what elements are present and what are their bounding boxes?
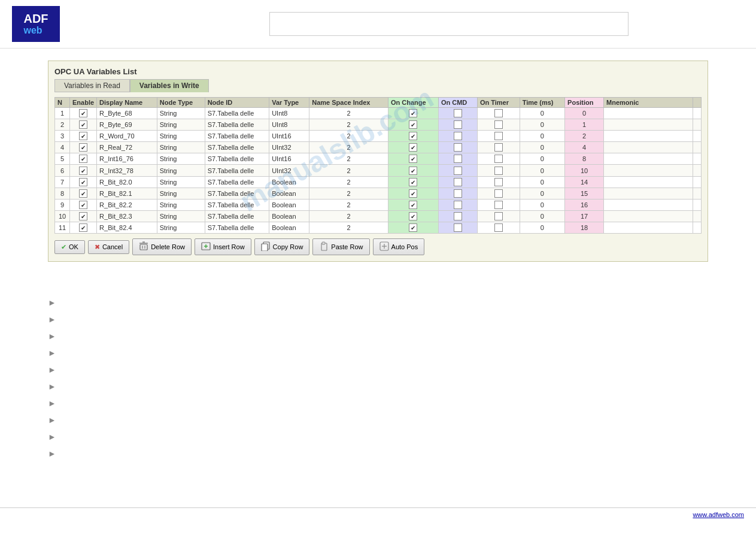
bullet-arrow-icon: ► (48, 348, 56, 358)
checkbox[interactable]: ✔ (79, 178, 87, 186)
checkbox[interactable]: ✔ (409, 212, 417, 220)
checkbox[interactable] (454, 120, 462, 129)
cell-node-type: String (157, 108, 205, 119)
checkbox[interactable] (454, 189, 462, 198)
checkbox[interactable]: ✔ (409, 223, 417, 232)
cell-mnemonic (604, 119, 693, 131)
tab-variables-read[interactable]: Variables in Read (54, 79, 130, 92)
checkbox[interactable] (454, 167, 462, 175)
paste-row-button[interactable]: Paste Row (312, 238, 369, 255)
delete-row-label: Delete Row (151, 243, 185, 250)
copy-row-button[interactable]: Copy Row (254, 238, 310, 255)
checkbox[interactable]: ✔ (79, 132, 87, 140)
checkbox[interactable] (454, 109, 462, 117)
checkbox[interactable] (494, 155, 503, 163)
search-input[interactable] (269, 12, 629, 36)
checkbox[interactable] (494, 178, 503, 186)
auto-pos-icon (379, 241, 389, 252)
checkbox[interactable]: ✔ (79, 120, 87, 129)
bullet-item: ► (48, 365, 708, 374)
cell-enable: ✔ (70, 199, 97, 210)
checkbox[interactable]: ✔ (409, 132, 417, 140)
copy-row-icon (261, 241, 271, 252)
cell-time-ms: 0 (520, 222, 564, 233)
footer-link[interactable]: www.adfweb.com (693, 511, 744, 518)
checkbox[interactable] (494, 109, 503, 117)
checkbox[interactable] (494, 212, 503, 220)
cell-time-ms: 0 (520, 119, 564, 131)
insert-row-button[interactable]: Insert Row (195, 238, 251, 255)
delete-row-icon (139, 241, 148, 252)
checkbox[interactable] (454, 178, 462, 186)
checkbox[interactable]: ✔ (79, 109, 87, 117)
tab-variables-write[interactable]: Variables in Write (130, 79, 209, 92)
cell-on-cmd (438, 176, 477, 188)
checkbox[interactable]: ✔ (409, 167, 417, 175)
checkbox[interactable]: ✔ (79, 201, 87, 209)
checkbox[interactable]: ✔ (409, 201, 417, 209)
delete-row-button[interactable]: Delete Row (132, 238, 192, 255)
cell-ns-index: 2 (309, 153, 388, 165)
checkbox[interactable]: ✔ (409, 120, 417, 129)
checkbox[interactable] (494, 167, 503, 175)
cell-mnemonic (604, 176, 693, 188)
cell-ns-index: 2 (309, 210, 388, 222)
bullet-item: ► (48, 449, 708, 458)
checkbox[interactable] (494, 201, 503, 209)
cell-node-type: String (157, 119, 205, 131)
cell-node-id: S7.Tabella delle (205, 119, 269, 131)
table-row: 4 ✔ R_Real_72 String S7.Tabella delle UI… (55, 142, 702, 153)
ok-icon: ✔ (61, 243, 66, 251)
ok-button[interactable]: ✔ OK (54, 240, 85, 254)
panel-title: OPC UA Variables List (54, 67, 702, 76)
checkbox[interactable]: ✔ (409, 189, 417, 198)
table-row: 10 ✔ R_Bit_82.3 String S7.Tabella delle … (55, 210, 702, 222)
checkbox[interactable]: ✔ (79, 223, 87, 232)
table-row: 8 ✔ R_Bit_82.1 String S7.Tabella delle B… (55, 188, 702, 199)
checkbox[interactable] (494, 189, 503, 198)
col-on-cmd: On CMD (438, 98, 477, 108)
checkbox[interactable]: ✔ (409, 178, 417, 186)
cell-on-change: ✔ (388, 222, 438, 233)
checkbox[interactable] (494, 120, 503, 129)
cell-var-type: UInt32 (269, 142, 309, 153)
cell-node-id: S7.Tabella delle (205, 142, 269, 153)
checkbox[interactable] (454, 201, 462, 209)
auto-pos-button[interactable]: Auto Pos (373, 238, 425, 255)
col-node-type: Node Type (157, 98, 205, 108)
checkbox[interactable]: ✔ (409, 109, 417, 117)
cell-node-type: String (157, 153, 205, 165)
cell-n: 4 (55, 142, 70, 153)
checkbox[interactable] (454, 155, 462, 163)
cancel-button[interactable]: ✖ Cancel (88, 240, 129, 254)
cell-display-name: R_Real_72 (97, 142, 157, 153)
checkbox[interactable] (454, 143, 462, 152)
checkbox[interactable] (494, 223, 503, 232)
cell-n: 7 (55, 176, 70, 188)
cell-on-timer (477, 131, 520, 142)
cell-var-type: UInt8 (269, 108, 309, 119)
cell-enable: ✔ (70, 188, 97, 199)
checkbox[interactable] (494, 143, 503, 152)
cell-ns-index: 2 (309, 119, 388, 131)
checkbox[interactable]: ✔ (79, 212, 87, 220)
checkbox[interactable] (454, 132, 462, 140)
table-body: 1 ✔ R_Byte_68 String S7.Tabella delle UI… (55, 108, 702, 234)
checkbox[interactable]: ✔ (79, 189, 87, 198)
bullet-arrow-icon: ► (48, 315, 56, 324)
bullet-arrow-icon: ► (48, 382, 56, 391)
checkbox[interactable]: ✔ (79, 167, 87, 175)
checkbox[interactable] (494, 132, 503, 140)
bullet-item: ► (48, 432, 708, 442)
cell-var-type: Boolean (269, 188, 309, 199)
cell-mnemonic (604, 153, 693, 165)
checkbox[interactable] (454, 223, 462, 232)
checkbox[interactable] (454, 212, 462, 220)
table-row: 7 ✔ R_Bit_82.0 String S7.Tabella delle B… (55, 176, 702, 188)
bullet-item: ► (48, 398, 708, 408)
cell-n: 3 (55, 131, 70, 142)
checkbox[interactable]: ✔ (409, 143, 417, 152)
checkbox[interactable]: ✔ (79, 155, 87, 163)
checkbox[interactable]: ✔ (409, 155, 417, 163)
checkbox[interactable]: ✔ (79, 143, 87, 152)
